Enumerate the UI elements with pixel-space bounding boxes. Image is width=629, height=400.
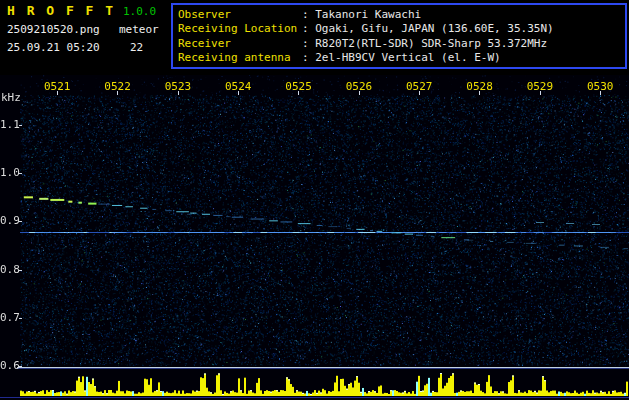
mode-label: meteor — [119, 24, 159, 36]
time-tick-label: 0522 — [104, 80, 131, 93]
time-tick-label: 0521 — [44, 80, 71, 93]
info-colon: : — [302, 22, 315, 35]
info-label: Observer — [178, 8, 302, 21]
info-value: Ogaki, Gifu, JAPAN (136.60E, 35.35N) — [315, 22, 553, 35]
time-tick-label: 0526 — [346, 80, 373, 93]
info-row-1: Receiving Location: Ogaki, Gifu, JAPAN (… — [178, 22, 620, 35]
time-tick-label: 0528 — [466, 80, 493, 93]
hrofft-screen: H R O F F T 1.0.0 2509210520.png meteor … — [0, 0, 629, 400]
time-tick-label: 0527 — [406, 80, 433, 93]
freq-tick-label: 0.6 — [0, 359, 20, 372]
freq-tick-label: 0.8 — [0, 263, 20, 276]
info-row-2: Receiver: R820T2(RTL-SDR) SDR-Sharp 53.3… — [178, 37, 620, 50]
freq-tick-label: 0.7 — [0, 311, 20, 324]
time-tick-label: 0530 — [587, 80, 614, 93]
observation-datetime: 25.09.21 05:20 — [7, 42, 100, 54]
info-value: 2el-HB9CV Vertical (el. E-W) — [315, 51, 500, 64]
info-colon: : — [302, 37, 315, 50]
time-tick-label: 0523 — [165, 80, 192, 93]
freq-tick-label: 0.9 — [0, 214, 20, 227]
info-colon: : — [302, 51, 315, 64]
info-colon: : — [302, 8, 315, 21]
info-label: Receiver — [178, 37, 302, 50]
freq-tick-label: 1.1 — [0, 118, 20, 131]
app-title: H R O F F T — [7, 5, 115, 17]
time-tick-label: 0525 — [285, 80, 312, 93]
frequency-unit-label: kHz — [1, 91, 21, 104]
observer-info-box: Observer: Takanori KawachiReceiving Loca… — [171, 3, 627, 69]
spectrogram-panel: kHz 052105220523052405250526052705280529… — [0, 75, 629, 400]
time-tick-label: 0524 — [225, 80, 252, 93]
info-row-3: Receiving antenna: 2el-HB9CV Vertical (e… — [178, 51, 620, 64]
freq-tick-label: 1.0 — [0, 166, 20, 179]
spectrogram-canvas — [0, 75, 629, 400]
info-label: Receiving antenna — [178, 51, 302, 64]
info-value: Takanori Kawachi — [315, 8, 421, 21]
output-filename: 2509210520.png — [7, 24, 100, 36]
echo-count: 22 — [130, 42, 143, 54]
info-label: Receiving Location — [178, 22, 302, 35]
info-value: R820T2(RTL-SDR) SDR-Sharp 53.372MHz — [315, 37, 547, 50]
time-tick-label: 0529 — [527, 80, 554, 93]
info-row-0: Observer: Takanori Kawachi — [178, 8, 620, 21]
app-version: 1.0.0 — [123, 6, 156, 18]
